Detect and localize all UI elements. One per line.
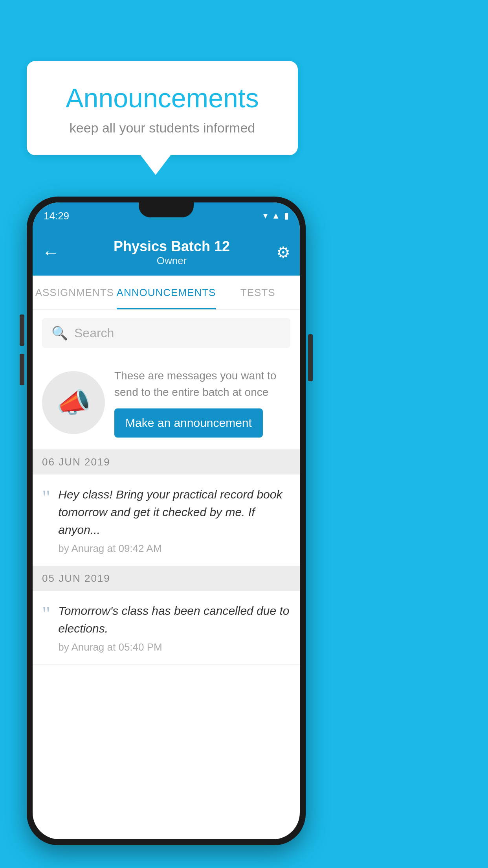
back-button[interactable]: ← bbox=[42, 243, 59, 262]
announcement-content-1: Hey class! Bring your practical record b… bbox=[58, 485, 290, 555]
tab-announcements[interactable]: ANNOUNCEMENTS bbox=[117, 276, 216, 309]
settings-icon[interactable]: ⚙ bbox=[276, 243, 290, 261]
app-bar-title-container: Physics Batch 12 Owner bbox=[67, 238, 276, 267]
speech-bubble: Announcements keep all your students inf… bbox=[27, 61, 298, 155]
announcement-promo: 📣 These are messages you want to send to… bbox=[33, 356, 300, 450]
search-container: 🔍 Search bbox=[33, 310, 300, 356]
quote-icon-2: " bbox=[42, 604, 50, 624]
tab-tests[interactable]: TESTS bbox=[216, 276, 300, 309]
phone-outer: 14:29 ▾ ▲ ▮ ← Physics Batch 12 Owner ⚙ bbox=[27, 197, 306, 845]
megaphone-icon: 📣 bbox=[57, 386, 91, 419]
date-divider-2: 05 JUN 2019 bbox=[33, 566, 300, 591]
announcement-meta-1: by Anurag at 09:42 AM bbox=[58, 542, 290, 555]
promo-right: These are messages you want to send to t… bbox=[114, 368, 290, 438]
app-bar: ← Physics Batch 12 Owner ⚙ bbox=[33, 229, 300, 276]
announcement-item-2: " Tomorrow's class has been cancelled du… bbox=[33, 591, 300, 665]
volume-down-button[interactable] bbox=[20, 354, 24, 385]
speech-bubble-tail bbox=[141, 155, 171, 175]
date-divider-1: 06 JUN 2019 bbox=[33, 450, 300, 474]
status-icons: ▾ ▲ ▮ bbox=[263, 211, 289, 221]
tab-assignments[interactable]: ASSIGNMENTS bbox=[33, 276, 117, 309]
speech-bubble-subtitle: keep all your students informed bbox=[46, 120, 278, 136]
announcement-text-1: Hey class! Bring your practical record b… bbox=[58, 485, 290, 539]
announcement-meta-2: by Anurag at 05:40 PM bbox=[58, 641, 290, 653]
tabs-container: ASSIGNMENTS ANNOUNCEMENTS TESTS bbox=[33, 276, 300, 310]
volume-up-button[interactable] bbox=[20, 314, 24, 346]
announcement-text-2: Tomorrow's class has been cancelled due … bbox=[58, 602, 290, 637]
speech-bubble-title: Announcements bbox=[46, 83, 278, 113]
status-time: 14:29 bbox=[44, 210, 69, 222]
speech-bubble-container: Announcements keep all your students inf… bbox=[27, 61, 298, 175]
announcement-content-2: Tomorrow's class has been cancelled due … bbox=[58, 602, 290, 653]
make-announcement-button[interactable]: Make an announcement bbox=[114, 408, 263, 438]
phone-container: 14:29 ▾ ▲ ▮ ← Physics Batch 12 Owner ⚙ bbox=[27, 197, 306, 845]
search-placeholder: Search bbox=[74, 326, 114, 340]
search-icon: 🔍 bbox=[51, 325, 68, 341]
search-bar[interactable]: 🔍 Search bbox=[42, 318, 290, 348]
power-button[interactable] bbox=[308, 334, 313, 381]
promo-description: These are messages you want to send to t… bbox=[114, 368, 290, 401]
quote-icon-1: " bbox=[42, 487, 50, 508]
phone-notch bbox=[139, 202, 194, 217]
battery-icon: ▮ bbox=[284, 211, 289, 221]
wifi-icon: ▾ bbox=[263, 211, 268, 221]
signal-icon: ▲ bbox=[272, 211, 280, 221]
phone-screen: 14:29 ▾ ▲ ▮ ← Physics Batch 12 Owner ⚙ bbox=[33, 202, 300, 839]
app-bar-subtitle: Owner bbox=[67, 255, 276, 267]
announcement-item-1: " Hey class! Bring your practical record… bbox=[33, 474, 300, 566]
app-bar-title: Physics Batch 12 bbox=[67, 238, 276, 255]
promo-icon-circle: 📣 bbox=[42, 371, 105, 434]
